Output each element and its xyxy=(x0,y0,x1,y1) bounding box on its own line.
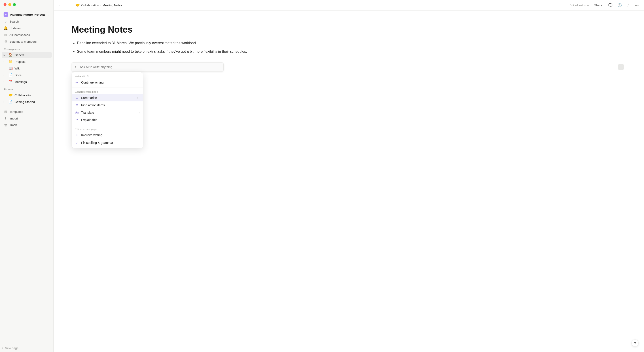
improve-writing-label: Improve writing xyxy=(81,133,102,137)
edit-review-section: Edit or review page ✦ Improve writing ✓ … xyxy=(72,125,143,148)
projects-emoji: 📁 xyxy=(8,60,13,64)
explain-this-label: Explain this xyxy=(81,118,97,122)
sidebar-item-label-updates: Updates xyxy=(10,26,20,30)
editor: Meeting Notes Deadline extended to 31 Ma… xyxy=(54,11,644,352)
bell-icon: 🔔 xyxy=(4,26,8,30)
sidebar-item-meetings[interactable]: › 📅 Meetings xyxy=(2,79,52,85)
breadcrumb-separator: / xyxy=(100,3,101,7)
summarize-icon: ≡ xyxy=(75,96,79,100)
breadcrumb-current: Meeting Notes xyxy=(103,3,122,7)
sidebar-item-docs[interactable]: › 📄 Docs xyxy=(2,72,52,78)
sidebar-item-wiki[interactable]: › 📖 Wiki xyxy=(2,65,52,71)
maximize-button[interactable] xyxy=(13,3,16,6)
expand-arrow-icon: › xyxy=(4,60,7,63)
chevron-right-icon: › xyxy=(139,111,140,114)
docs-emoji: 📄 xyxy=(8,73,13,77)
translate-item[interactable]: Aa Translate › xyxy=(72,109,143,116)
breadcrumb-emoji: 🤝 xyxy=(75,3,80,7)
grid-icon: ⊞ xyxy=(4,33,8,37)
sidebar-item-settings[interactable]: ⚙ Settings & members xyxy=(2,38,52,45)
main-content: ‹ › + 🤝 Collaboration / Meeting Notes Ed… xyxy=(54,0,644,352)
topbar-right: Edited just now Share 💬 🕐 ☆ ••• xyxy=(570,2,640,8)
favorite-button[interactable]: ☆ xyxy=(626,2,631,8)
trash-icon: 🗑 xyxy=(4,123,8,127)
generate-from-page-section: Generate from page ≡ Summarize ↵ ⊕ Find … xyxy=(72,88,143,125)
ai-send-button[interactable]: ↑ xyxy=(618,64,624,70)
sidebar-item-label-wiki: Wiki xyxy=(14,67,20,70)
workspace-header[interactable]: P Planning Future Projects ⌄ xyxy=(2,11,52,18)
chevron-down-icon: ⌄ xyxy=(48,13,50,16)
add-button[interactable]: + xyxy=(69,2,74,8)
traffic-lights xyxy=(0,0,54,8)
sidebar-item-import[interactable]: ⬇ Import xyxy=(2,115,52,122)
expand-arrow-icon: › xyxy=(4,94,7,96)
help-button[interactable]: ? xyxy=(632,340,639,347)
comments-button[interactable]: 💬 xyxy=(607,2,613,8)
breadcrumb-parent[interactable]: Collaboration xyxy=(81,3,99,7)
write-with-ai-label: Write with AI xyxy=(72,74,143,79)
plus-icon: + xyxy=(2,347,4,350)
expand-arrow-icon: ▶ xyxy=(4,54,7,56)
sidebar-item-label-collaboration: Collaboration xyxy=(14,94,32,97)
forward-button[interactable]: › xyxy=(63,2,67,8)
summarize-item[interactable]: ≡ Summarize ↵ xyxy=(72,94,143,101)
search-icon: ○ xyxy=(4,20,8,23)
sidebar-item-projects[interactable]: › 📁 Projects xyxy=(2,58,52,65)
sidebar-item-search[interactable]: ○ Search xyxy=(2,18,52,24)
teamspaces-section-label: Teamspaces xyxy=(2,45,52,51)
sidebar-item-label-docs: Docs xyxy=(14,73,22,77)
sidebar-item-trash[interactable]: 🗑 Trash xyxy=(2,122,52,128)
translate-icon: Aa xyxy=(75,111,79,114)
private-section-label: Private xyxy=(2,85,52,92)
improve-writing-item[interactable]: ✦ Improve writing xyxy=(72,131,143,139)
sidebar-item-label-trash: Trash xyxy=(10,123,17,127)
sidebar-item-label-import: Import xyxy=(10,117,18,120)
explain-this-item[interactable]: ? Explain this xyxy=(72,116,143,124)
check-icon: ✓ xyxy=(75,141,79,145)
new-page-button[interactable]: + New page xyxy=(0,345,54,351)
page-title: Meeting Notes xyxy=(72,24,626,35)
back-button[interactable]: ‹ xyxy=(58,2,62,8)
sidebar-item-templates[interactable]: ⊞ Templates xyxy=(2,109,52,115)
expand-arrow-icon: › xyxy=(4,67,7,70)
continue-writing-item[interactable]: ✏ Continue writing xyxy=(72,79,143,86)
action-items-icon: ⊕ xyxy=(75,103,79,107)
sidebar: P Planning Future Projects ⌄ ○ Search 🔔 … xyxy=(0,0,54,352)
share-button[interactable]: Share xyxy=(592,3,604,8)
sidebar-item-label-projects: Projects xyxy=(14,60,26,63)
expand-arrow-icon: › xyxy=(4,74,7,76)
enter-icon: ↵ xyxy=(137,96,140,100)
history-button[interactable]: 🕐 xyxy=(616,2,623,8)
sidebar-top: P Planning Future Projects ⌄ ○ Search 🔔 … xyxy=(0,8,54,106)
write-with-ai-section: Write with AI ✏ Continue writing xyxy=(72,72,143,88)
sidebar-item-all-teamspaces[interactable]: ⊞ All teamspaces xyxy=(2,32,52,38)
sidebar-item-label-all-teamspaces: All teamspaces xyxy=(10,33,30,37)
ai-sparkle-icon: ✦ xyxy=(74,65,77,69)
sidebar-item-collaboration[interactable]: › 🤝 Collaboration xyxy=(2,92,52,98)
sidebar-item-label-settings: Settings & members xyxy=(10,40,37,43)
translate-label: Translate xyxy=(81,111,94,114)
list-item: Deadline extended to 31 March. We previo… xyxy=(77,40,626,46)
sidebar-item-updates[interactable]: 🔔 Updates xyxy=(2,25,52,31)
minimize-button[interactable] xyxy=(8,3,11,6)
fix-spelling-label: Fix spelling & grammar xyxy=(81,141,113,145)
fix-spelling-item[interactable]: ✓ Fix spelling & grammar xyxy=(72,139,143,147)
workspace-name: Planning Future Projects xyxy=(10,13,46,16)
meetings-emoji: 📅 xyxy=(8,80,13,84)
more-button[interactable]: ••• xyxy=(634,2,640,8)
find-action-items-item[interactable]: ⊕ Find action items xyxy=(72,101,143,109)
ai-input-wrapper: ✦ ↑ Write with AI ✏ Continue writing Gen… xyxy=(72,62,626,72)
ai-input[interactable] xyxy=(72,62,224,72)
find-action-items-label: Find action items xyxy=(81,103,105,107)
continue-writing-label: Continue writing xyxy=(81,81,104,84)
close-button[interactable] xyxy=(4,3,6,6)
sidebar-item-getting-started[interactable]: › 📄 Getting Started xyxy=(2,99,52,105)
nav-buttons: ‹ › xyxy=(58,2,67,8)
topbar: ‹ › + 🤝 Collaboration / Meeting Notes Ed… xyxy=(54,0,644,11)
getting-started-emoji: 📄 xyxy=(8,100,13,104)
sidebar-item-label-meetings: Meetings xyxy=(14,80,27,84)
new-page-label: New page xyxy=(5,347,18,350)
sidebar-item-label-templates: Templates xyxy=(10,110,23,113)
sidebar-item-general[interactable]: ▶ 🏠 General xyxy=(2,52,52,58)
explain-icon: ? xyxy=(75,118,79,122)
